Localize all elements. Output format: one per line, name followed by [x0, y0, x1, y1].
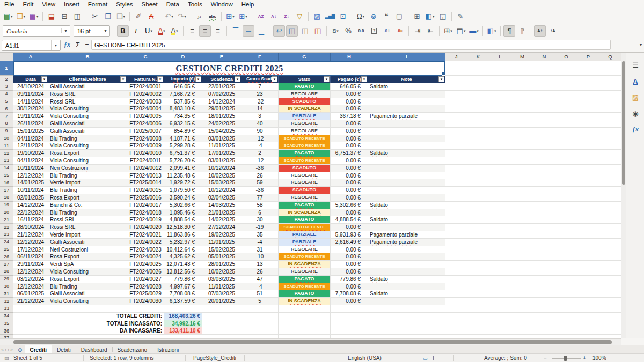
cell[interactable]: FT2024/0002: [127, 91, 164, 98]
cell[interactable]: 03/01/2025: [202, 135, 241, 143]
cell[interactable]: 1,095.46 €: [164, 209, 202, 217]
row-header-30[interactable]: 30: [0, 283, 13, 291]
cell[interactable]: PAGATO: [279, 290, 331, 298]
cell[interactable]: -10: [241, 253, 279, 261]
styles-icon[interactable]: A: [630, 75, 641, 87]
cell[interactable]: 04/11/2024: [13, 135, 48, 143]
cell[interactable]: 14/03/2025: [202, 202, 241, 209]
cell[interactable]: FT2024/0018: [127, 209, 164, 217]
cell[interactable]: 0.00 €: [331, 91, 368, 98]
insert-image-button[interactable]: ▨: [311, 11, 323, 23]
cell[interactable]: 21/01/2025: [202, 209, 241, 217]
cell[interactable]: 59: [241, 179, 279, 187]
align-bottom-button[interactable]: ▁: [255, 25, 267, 37]
cell[interactable]: 0.00 €: [331, 179, 368, 187]
cell[interactable]: 30/12/2024: [13, 105, 48, 113]
cell[interactable]: [13, 327, 48, 335]
cell[interactable]: 30: [241, 216, 279, 224]
cell[interactable]: 10/11/2024: [13, 187, 48, 194]
empty-cells-region[interactable]: [445, 76, 621, 83]
cell[interactable]: 06/01/2025: [13, 290, 48, 298]
split-window-button[interactable]: ◱: [437, 11, 449, 23]
row-header-15[interactable]: 15: [0, 172, 13, 180]
column-header-b[interactable]: B: [48, 53, 127, 61]
cell[interactable]: 0.00 €: [331, 246, 368, 254]
cell[interactable]: 47: [241, 276, 279, 283]
vertical-scrollbar[interactable]: [621, 53, 626, 338]
cell[interactable]: 0.00 €: [331, 268, 368, 276]
cell[interactable]: [127, 335, 164, 338]
cell[interactable]: FT2024/0021: [127, 231, 164, 239]
row-header-10[interactable]: 10: [0, 135, 13, 143]
cell[interactable]: FT2024/0009: [127, 142, 164, 150]
cell[interactable]: 28/10/2024: [13, 224, 48, 231]
cell[interactable]: REGOLARE: [279, 91, 331, 98]
cell[interactable]: FT2024/0013: [127, 172, 164, 180]
horizontal-scrollbar-thumb[interactable]: [13, 340, 612, 344]
cell[interactable]: Gialli Associati: [48, 239, 127, 246]
menu-item-insert[interactable]: Insert: [60, 0, 84, 9]
cell[interactable]: 0.00 €: [331, 194, 368, 202]
properties-icon[interactable]: ☰: [630, 59, 641, 71]
navigator-icon[interactable]: ◉: [630, 107, 641, 119]
cell[interactable]: 19/10/2024: [13, 150, 48, 157]
cell[interactable]: 12/12/2024: [13, 239, 48, 246]
row-header-3[interactable]: 3: [0, 83, 13, 91]
cell[interactable]: -4: [241, 142, 279, 150]
cell[interactable]: Neri Costruzioni: [48, 165, 127, 172]
cell[interactable]: Saldato: [368, 150, 445, 157]
cell[interactable]: Rosa Export: [48, 276, 127, 283]
row-header-32[interactable]: 32: [0, 298, 13, 305]
font-size-combo[interactable]: 16 pt▾: [74, 25, 110, 37]
align-left-button[interactable]: ≡: [186, 25, 198, 37]
cell[interactable]: 29/11/2024: [13, 261, 48, 268]
row-header-6[interactable]: 6: [0, 105, 13, 113]
open-folder-button[interactable]: ❒▾: [15, 11, 27, 23]
print-button[interactable]: ⊟: [58, 11, 70, 23]
wrap-text-button[interactable]: ↩: [273, 25, 285, 37]
functions-icon[interactable]: ƒx: [630, 123, 641, 135]
redo-button[interactable]: ↷▾: [176, 11, 188, 23]
table-column-header[interactable]: Data▼: [13, 76, 48, 83]
cell[interactable]: 27/12/2024: [202, 224, 241, 231]
cell[interactable]: Blu Trading: [48, 172, 127, 180]
print-preview-button[interactable]: ◫: [71, 11, 83, 23]
language-selector[interactable]: English (USA): [348, 354, 382, 362]
cell[interactable]: [368, 224, 445, 231]
cell[interactable]: FT2024/0011: [127, 157, 164, 165]
sort-button[interactable]: AZ: [255, 11, 267, 23]
cell[interactable]: IN SCADENZA: [279, 105, 331, 113]
undo-button[interactable]: ↶▾: [163, 11, 175, 23]
row-header-21[interactable]: 21: [0, 216, 13, 224]
cell[interactable]: FT2024/0024: [127, 253, 164, 261]
text-direction-stacked-button[interactable]: ↕A: [547, 25, 559, 37]
cell[interactable]: 21/12/2024: [13, 231, 48, 239]
cell[interactable]: Gialli Associati: [48, 83, 127, 91]
hyperlink-button[interactable]: ⊚: [368, 11, 379, 23]
autofilter-dropdown-button[interactable]: ▼: [324, 76, 330, 82]
conditional-formatting-button[interactable]: ◧▾: [486, 25, 497, 37]
cut-button[interactable]: ✂: [89, 11, 101, 23]
row-header-23[interactable]: 23: [0, 231, 13, 239]
sort-ascending-button[interactable]: A↓: [268, 11, 280, 23]
cell[interactable]: [368, 128, 445, 135]
cell[interactable]: [241, 313, 279, 320]
cell[interactable]: 19/11/2024: [13, 113, 48, 120]
cell[interactable]: PARZIALE: [279, 231, 331, 239]
cell[interactable]: 03/12/2024: [13, 276, 48, 283]
cell[interactable]: 0.00 €: [331, 261, 368, 268]
show-draw-functions-button[interactable]: ✎: [455, 11, 466, 23]
row-header-35[interactable]: 35: [0, 320, 13, 328]
cell[interactable]: Rossi SRL: [48, 216, 127, 224]
cell[interactable]: SCADUTO: [279, 98, 331, 106]
cell[interactable]: FT2024/0027: [127, 276, 164, 283]
row-header-14[interactable]: 14: [0, 165, 13, 172]
cell[interactable]: Rossi SRL: [48, 91, 127, 98]
cell[interactable]: REGOLARE: [279, 179, 331, 187]
cell[interactable]: 2: [241, 150, 279, 157]
cell[interactable]: [368, 194, 445, 202]
center-vertically-button[interactable]: ─: [243, 25, 254, 37]
column-header-h[interactable]: H: [331, 53, 368, 61]
sheet-nav-arrows[interactable]: «‹›»: [0, 345, 15, 354]
column-header-a[interactable]: A: [13, 53, 48, 61]
